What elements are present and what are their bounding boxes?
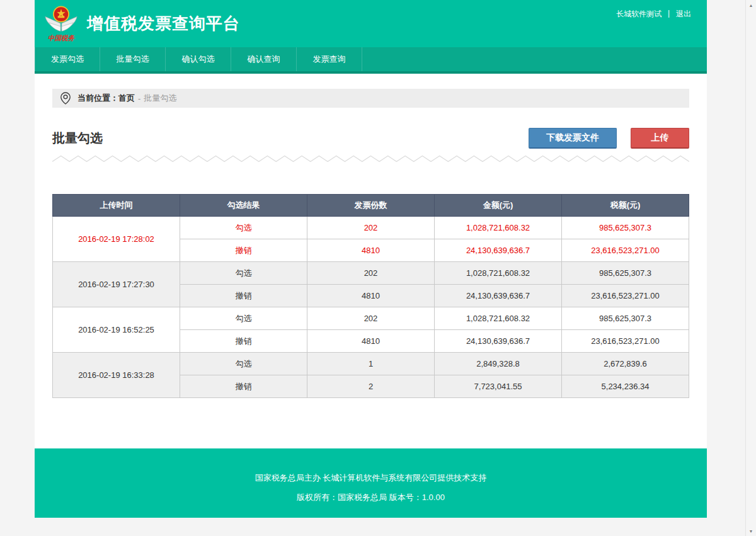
tax-cell: 985,625,307.3 xyxy=(562,217,689,239)
amount-cell: 2,849,328.8 xyxy=(435,353,562,375)
table-group-2: 2016-02-19 17:27:30 勾选 202 1,028,721,608… xyxy=(53,262,689,307)
logout-link[interactable]: 退出 xyxy=(676,9,691,20)
table-row[interactable]: 2016-02-19 17:27:30 勾选 202 1,028,721,608… xyxy=(53,262,689,285)
col-header-tax: 税额(元) xyxy=(562,195,689,217)
tax-cell: 2,672,839.6 xyxy=(562,353,689,375)
scroll-down-arrow-icon[interactable]: ▼ xyxy=(746,526,756,536)
nav-item-batch-check[interactable]: 批量勾选 xyxy=(100,47,166,71)
page-title: 批量勾选 xyxy=(52,130,103,147)
amount-cell: 1,028,721,608.32 xyxy=(435,262,562,285)
invoice-count-cell: 2 xyxy=(307,375,435,398)
china-tax-logo-icon: 中国税务 xyxy=(43,4,79,43)
table-group-4: 2016-02-19 16:33:28 勾选 1 2,849,328.8 2,6… xyxy=(53,353,689,398)
col-header-invoice-count: 发票份数 xyxy=(307,195,435,217)
tax-cell: 5,234,236.34 xyxy=(562,375,689,398)
amount-cell: 24,130,639,636.7 xyxy=(435,330,562,353)
invoice-count-cell: 1 xyxy=(307,353,435,375)
amount-cell: 7,723,041.55 xyxy=(435,375,562,398)
amount-cell: 24,130,639,636.7 xyxy=(435,239,562,262)
tax-cell: 23,616,523,271.00 xyxy=(562,285,689,307)
table-row[interactable]: 2016-02-19 17:28:02 勾选 202 1,028,721,608… xyxy=(53,217,689,239)
main-nav: 发票勾选 批量勾选 确认勾选 确认查询 发票查询 xyxy=(35,47,707,74)
tax-cell: 23,616,523,271.00 xyxy=(562,239,689,262)
check-result-cell: 勾选 xyxy=(180,262,307,285)
breadcrumb: 当前位置：首页 - 批量勾选 xyxy=(52,89,689,108)
invoice-count-cell: 4810 xyxy=(307,285,435,307)
invoice-count-cell: 4810 xyxy=(307,330,435,353)
footer-line-1: 国家税务总局主办 长城计算机软件与系统有限公司提供技术支持 xyxy=(35,472,707,484)
header-link-divider: | xyxy=(668,9,670,18)
page-container: 中国税务 增值税发票查询平台 长城软件测试 | 退出 发票勾选 批量勾选 确认勾… xyxy=(35,0,707,518)
table-header-row: 上传时间 勾选结果 发票份数 金额(元) 税额(元) xyxy=(53,195,689,217)
check-result-cell: 撤销 xyxy=(180,330,307,353)
upload-time-cell: 2016-02-19 16:33:28 xyxy=(53,353,180,398)
download-invoice-file-button[interactable]: 下载发票文件 xyxy=(529,128,617,149)
title-row: 批量勾选 下载发票文件 上传 xyxy=(52,128,689,149)
check-result-cell: 撤销 xyxy=(180,375,307,398)
upload-time-cell: 2016-02-19 17:28:02 xyxy=(53,217,180,262)
scroll-up-arrow-icon[interactable]: ▲ xyxy=(746,0,756,10)
invoice-count-cell: 202 xyxy=(307,217,435,239)
vertical-scrollbar[interactable]: ▲ ▼ xyxy=(745,0,756,536)
invoice-count-cell: 4810 xyxy=(307,239,435,262)
tax-cell: 985,625,307.3 xyxy=(562,262,689,285)
check-result-cell: 勾选 xyxy=(180,353,307,375)
table-group-3: 2016-02-19 16:52:25 勾选 202 1,028,721,608… xyxy=(53,307,689,353)
tax-cell: 985,625,307.3 xyxy=(562,307,689,330)
upload-button[interactable]: 上传 xyxy=(631,128,689,149)
tax-cell: 23,616,523,271.00 xyxy=(562,330,689,353)
breadcrumb-separator: - xyxy=(138,94,140,103)
check-result-cell: 撤销 xyxy=(180,239,307,262)
site-header: 中国税务 增值税发票查询平台 长城软件测试 | 退出 xyxy=(35,0,707,47)
site-title: 增值税发票查询平台 xyxy=(87,13,240,35)
amount-cell: 1,028,721,608.32 xyxy=(435,217,562,239)
check-result-cell: 撤销 xyxy=(180,285,307,307)
amount-cell: 1,028,721,608.32 xyxy=(435,307,562,330)
content-area: 当前位置：首页 - 批量勾选 批量勾选 下载发票文件 上传 上传时间 勾选结果 … xyxy=(35,74,707,448)
col-header-check-result: 勾选结果 xyxy=(180,195,307,217)
nav-item-invoice-check[interactable]: 发票勾选 xyxy=(35,47,100,71)
breadcrumb-current: 批量勾选 xyxy=(144,93,176,104)
nav-item-confirm-check[interactable]: 确认勾选 xyxy=(166,47,231,71)
nav-item-invoice-query[interactable]: 发票查询 xyxy=(297,47,362,71)
zigzag-divider xyxy=(52,155,689,163)
header-links: 长城软件测试 | 退出 xyxy=(616,9,691,38)
upload-time-cell: 2016-02-19 16:52:25 xyxy=(53,307,180,353)
col-header-upload-time: 上传时间 xyxy=(53,195,180,217)
upload-time-cell: 2016-02-19 17:27:30 xyxy=(53,262,180,307)
user-account-link[interactable]: 长城软件测试 xyxy=(616,9,662,20)
footer-line-2: 版权所有：国家税务总局 版本号：1.0.00 xyxy=(35,492,707,503)
batch-check-table: 上传时间 勾选结果 发票份数 金额(元) 税额(元) 2016-02-19 17… xyxy=(52,194,689,398)
invoice-count-cell: 202 xyxy=(307,307,435,330)
invoice-count-cell: 202 xyxy=(307,262,435,285)
amount-cell: 24,130,639,636.7 xyxy=(435,285,562,307)
col-header-amount: 金额(元) xyxy=(435,195,562,217)
table-group-1: 2016-02-19 17:28:02 勾选 202 1,028,721,608… xyxy=(53,217,689,262)
svg-text:中国税务: 中国税务 xyxy=(48,34,76,42)
check-result-cell: 勾选 xyxy=(180,307,307,330)
site-footer: 国家税务总局主办 长城计算机软件与系统有限公司提供技术支持 版权所有：国家税务总… xyxy=(35,448,707,518)
location-pin-icon xyxy=(60,91,71,105)
table-row[interactable]: 2016-02-19 16:52:25 勾选 202 1,028,721,608… xyxy=(53,307,689,330)
breadcrumb-label: 当前位置：首页 xyxy=(77,93,135,104)
table-row[interactable]: 2016-02-19 16:33:28 勾选 1 2,849,328.8 2,6… xyxy=(53,353,689,375)
check-result-cell: 勾选 xyxy=(180,217,307,239)
nav-item-confirm-query[interactable]: 确认查询 xyxy=(231,47,297,71)
